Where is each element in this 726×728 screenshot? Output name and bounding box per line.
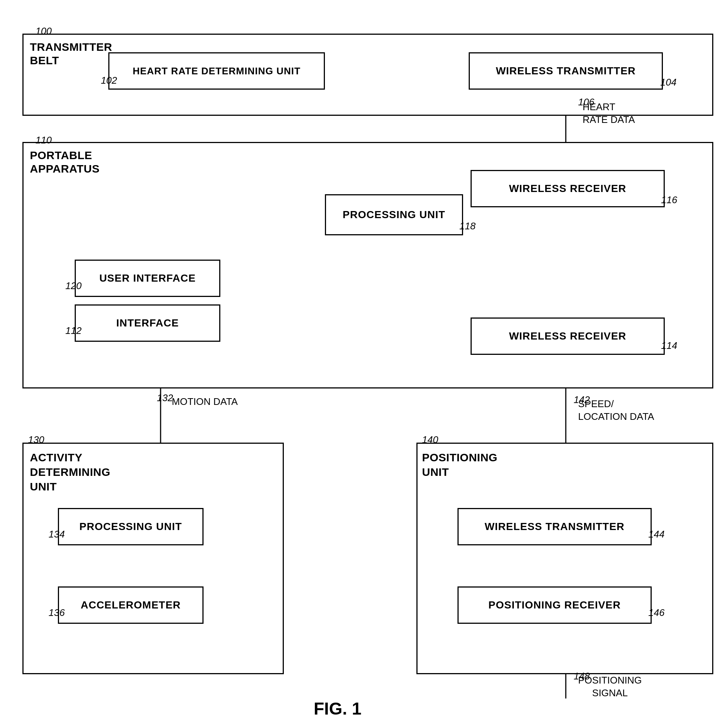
portable-apparatus-label: PORTABLE APPARATUS <box>30 149 100 176</box>
ref-146: 146 <box>648 607 664 619</box>
accelerometer-box: ACCELEROMETER <box>58 586 203 624</box>
ref-132: 132 <box>157 392 173 404</box>
transmitter-belt-label: TRANSMITTER BELT <box>30 40 112 67</box>
heart-rate-unit-box: HEART RATE DETERMINING UNIT <box>108 52 325 90</box>
ref-104: 104 <box>660 76 676 88</box>
wireless-transmitter-top-box: WIRELESS TRANSMITTER <box>469 52 663 90</box>
activity-unit-label: ACTIVITY DETERMINING UNIT <box>30 450 110 494</box>
ref-100: 100 <box>35 25 52 37</box>
ref-116: 116 <box>661 194 677 206</box>
ref-112: 112 <box>65 325 81 336</box>
ref-102: 102 <box>101 75 117 86</box>
wireless-receiver-116-box: WIRELESS RECEIVER <box>471 170 665 207</box>
wireless-transmitter-144-box: WIRELESS TRANSMITTER <box>457 508 652 545</box>
ref-140: 140 <box>422 434 438 446</box>
wireless-receiver-114-box: WIRELESS RECEIVER <box>471 318 665 355</box>
ref-136: 136 <box>49 607 64 619</box>
ref-142: 142 <box>574 394 590 406</box>
ref-134: 134 <box>49 529 64 540</box>
motion-data-label: MOTION DATA <box>172 396 238 407</box>
processing-unit-134-box: PROCESSING UNIT <box>58 508 203 545</box>
ref-144: 144 <box>648 529 664 540</box>
ref-114: 114 <box>661 340 677 352</box>
figure-label: FIG. 1 <box>314 699 362 719</box>
ref-118: 118 <box>459 220 475 232</box>
ref-106: 106 <box>578 96 594 108</box>
interface-box: INTERFACE <box>75 304 220 342</box>
user-interface-box: USER INTERFACE <box>75 260 220 297</box>
ref-130: 130 <box>28 434 44 446</box>
ref-120: 120 <box>65 280 81 292</box>
positioning-unit-label: POSITIONING UNIT <box>422 450 497 479</box>
positioning-receiver-box: POSITIONING RECEIVER <box>457 586 652 624</box>
diagram: TRANSMITTER BELT 100 HEART RATE DETERMIN… <box>0 0 726 728</box>
ref-148: 148 <box>574 670 590 682</box>
ref-110: 110 <box>35 135 52 146</box>
processing-unit-118-box: PROCESSING UNIT <box>325 194 463 236</box>
